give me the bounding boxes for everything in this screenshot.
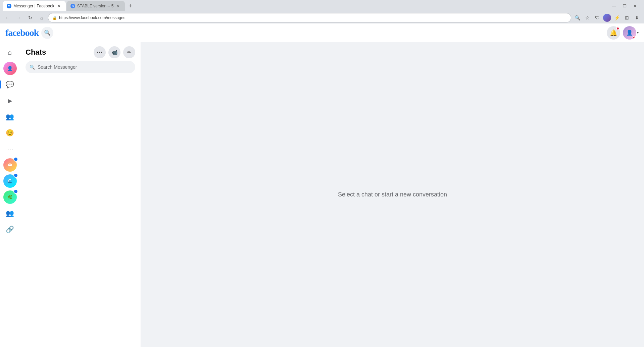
extension-icon[interactable]: ⚡	[612, 13, 621, 22]
tab-messenger[interactable]: M Messenger | Facebook ✕	[3, 1, 66, 11]
address-bar-row: ← → ↻ ⌂ 🔒 https://www.facebook.com/messa…	[0, 12, 644, 23]
sidebar-item-home[interactable]: ⌂	[3, 45, 17, 60]
user-menu[interactable]: 👤 ▾	[623, 26, 639, 40]
browser-chrome: M Messenger | Facebook ✕ S STABLE versio…	[0, 0, 644, 23]
video-call-button[interactable]: 📹	[108, 46, 120, 58]
forward-button[interactable]: →	[14, 13, 23, 22]
messenger-panel: Chats ··· 📹 ✏ 🔍 Search Messenger	[20, 42, 141, 347]
tab-close-stable[interactable]: ✕	[115, 3, 121, 9]
shield-icon[interactable]: 🛡	[593, 13, 602, 22]
messenger-search-bar[interactable]: 🔍 Search Messenger	[26, 61, 135, 73]
sidebar-avatar-1[interactable]: 🏔	[3, 158, 17, 172]
new-tab-button[interactable]: +	[126, 1, 135, 11]
chat-placeholder-text: Select a chat or start a new conversatio…	[338, 191, 447, 198]
friends-icon: 👥	[6, 113, 14, 121]
win-minimize-btn[interactable]: —	[610, 3, 618, 9]
profile-avatar-icon[interactable]	[603, 14, 611, 22]
tab-stable[interactable]: S STABLE version -- 5 ✕	[66, 1, 125, 11]
zoom-icon[interactable]: 🔍	[573, 13, 582, 22]
tab-bar: M Messenger | Facebook ✕ S STABLE versio…	[0, 0, 644, 12]
sidebar-item-messenger[interactable]: 💬	[3, 77, 17, 92]
messenger-icon: 💬	[6, 80, 14, 89]
group-icon: 👥	[6, 209, 14, 217]
topnav-right: 🔔 👤 ▾	[607, 26, 639, 40]
tab-close-messenger[interactable]: ✕	[56, 3, 62, 9]
more-options-button[interactable]: ···	[94, 46, 106, 58]
sidebar-avatar-3[interactable]: 🌿	[3, 190, 17, 205]
sidebar-item-apps[interactable]: ⋯	[3, 141, 17, 156]
sidebar-item-friends[interactable]: 👥	[3, 109, 17, 124]
win-close-btn[interactable]: ✕	[631, 3, 639, 9]
fb-main: ⌂ 👤 💬 ▶ 👥 😊	[0, 42, 644, 347]
watch-icon: ▶	[8, 98, 12, 104]
avatar-online-badge	[633, 36, 636, 39]
back-button[interactable]: ←	[3, 13, 12, 22]
home-nav-button[interactable]: ⌂	[37, 13, 46, 22]
gaming-icon: 😊	[6, 129, 14, 137]
fb-topnav: facebook 🔍 🔔 👤 ▾	[0, 23, 644, 42]
chat-area: Select a chat or start a new conversatio…	[141, 42, 644, 347]
sidebar-item-watch[interactable]: ▶	[3, 93, 17, 108]
search-messenger-icon: 🔍	[30, 65, 35, 70]
tab-title-messenger: Messenger | Facebook	[13, 4, 54, 8]
chats-title: Chats	[26, 48, 91, 57]
tab-favicon-messenger: M	[7, 4, 11, 8]
facebook-logo[interactable]: facebook	[5, 27, 39, 38]
sidebar-profile-avatar: 👤	[3, 62, 17, 75]
user-avatar[interactable]: 👤	[623, 26, 636, 40]
window-controls: — ❐ ✕	[610, 3, 641, 9]
more-dots-icon: ···	[97, 49, 102, 55]
sidebar-item-profile[interactable]: 👤	[3, 61, 17, 76]
sidebar-avatar-2[interactable]: 🌊	[3, 174, 17, 188]
reload-button[interactable]: ↻	[26, 13, 35, 22]
global-search-button[interactable]: 🔍	[41, 27, 53, 39]
messenger-header: Chats ··· 📹 ✏	[20, 42, 141, 61]
win-restore-btn[interactable]: ❐	[621, 3, 629, 9]
address-bar[interactable]: 🔒 https://www.facebook.com/messages	[48, 13, 571, 22]
bookmark-icon[interactable]: ☆	[583, 13, 592, 22]
notifications-button[interactable]: 🔔	[607, 26, 620, 40]
lock-icon: 🔒	[52, 16, 57, 20]
fb-sidebar: ⌂ 👤 💬 ▶ 👥 😊	[0, 42, 20, 347]
link-icon: 🔗	[6, 225, 14, 233]
sidebar-badge-2	[13, 173, 18, 178]
compose-button[interactable]: ✏	[123, 46, 135, 58]
avatar-chevron-icon[interactable]: ▾	[637, 31, 639, 35]
sidebar-item-gaming[interactable]: 😊	[3, 125, 17, 140]
home-icon: ⌂	[8, 49, 12, 56]
sidebar-item-group[interactable]: 👥	[3, 206, 17, 221]
browser-toolbar-icons: 🔍 ☆ 🛡 ⚡ ⊞ ⬇	[573, 13, 641, 22]
address-text: https://www.facebook.com/messages	[59, 15, 125, 20]
bell-icon: 🔔	[610, 29, 617, 37]
sidebar-badge-3	[13, 189, 18, 194]
download-icon[interactable]: ⬇	[633, 13, 641, 22]
sidebar-item-link[interactable]: 🔗	[3, 222, 17, 237]
sidebar-badge-1	[13, 157, 18, 162]
avatar-initial: 👤	[626, 30, 633, 36]
notification-badge	[616, 27, 620, 30]
fb-app: facebook 🔍 🔔 👤 ▾ ⌂	[0, 23, 644, 347]
search-messenger-placeholder: Search Messenger	[38, 64, 77, 70]
tab-favicon-stable: S	[70, 4, 75, 8]
video-icon: 📹	[112, 50, 117, 55]
search-icon: 🔍	[44, 30, 51, 36]
tab-title-stable: STABLE version -- 5	[77, 4, 113, 8]
compose-icon: ✏	[127, 50, 131, 55]
grid-icon[interactable]: ⊞	[623, 13, 631, 22]
apps-icon: ⋯	[7, 145, 13, 153]
